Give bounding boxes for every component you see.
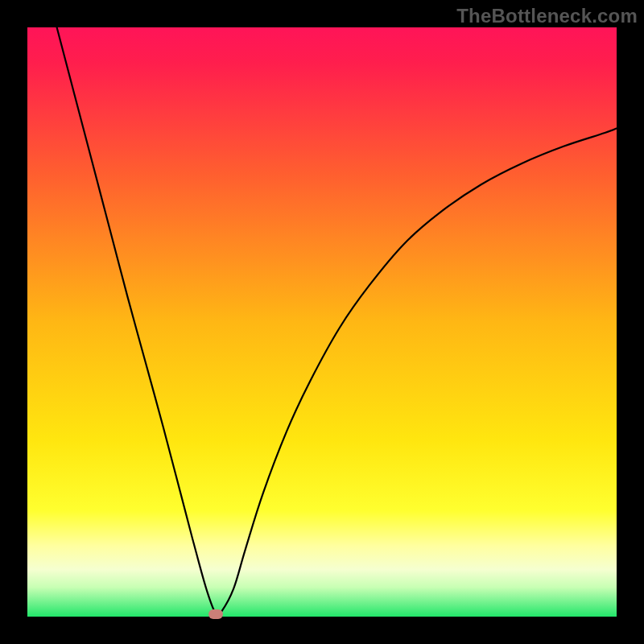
minimum-marker [208, 609, 223, 619]
plot-area [27, 27, 617, 617]
chart-frame: TheBottleneck.com [0, 0, 644, 644]
curve-svg [27, 27, 617, 617]
bottleneck-curve [57, 27, 617, 616]
watermark-text: TheBottleneck.com [456, 5, 638, 27]
